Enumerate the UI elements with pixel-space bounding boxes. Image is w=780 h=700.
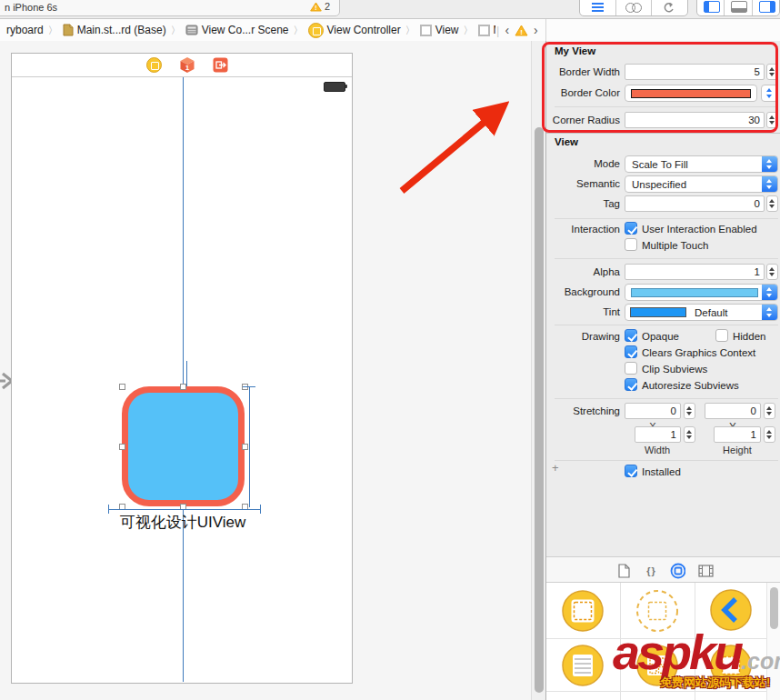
tag-label: Tag <box>546 198 620 209</box>
file-template-library-tab[interactable] <box>616 563 632 578</box>
breadcrumb-item-view-controller[interactable]: View Controller <box>308 23 401 38</box>
border-color-label: Border Color <box>546 87 620 98</box>
opaque-checkbox[interactable] <box>625 329 637 342</box>
library-scrollbar-thumb[interactable] <box>770 587 778 629</box>
inspector-panel-icon <box>759 1 775 13</box>
view-controller-canvas[interactable]: 1 可视化设计UIView <box>11 53 353 684</box>
tint-label: Tint <box>546 306 620 317</box>
breadcrumb-item-storyboard-nav[interactable]: ryboard <box>3 24 44 36</box>
stretching-height-field[interactable]: 1 <box>714 426 761 443</box>
issues-warning-icon[interactable]: ! <box>515 25 528 36</box>
selection-handle[interactable] <box>180 384 186 390</box>
xcode-window: n iPhone 6s ! 2 ryboard 〉 Main.st... <box>0 0 780 700</box>
svg-text:!: ! <box>520 27 523 35</box>
corner-radius-field[interactable]: 30 <box>625 112 765 128</box>
stretching-x-field[interactable]: 0 <box>625 403 681 419</box>
alpha-label: Alpha <box>546 266 620 277</box>
selection-handle[interactable] <box>242 444 248 450</box>
multiple-touch-checkbox[interactable] <box>625 238 637 251</box>
navigator-toggle-button[interactable] <box>697 0 725 15</box>
warning-badge[interactable]: ! 2 <box>310 1 330 12</box>
stretching-x-stepper[interactable] <box>684 403 695 419</box>
multiple-touch-label: Multiple Touch <box>642 240 708 251</box>
stretching-y-field[interactable]: 0 <box>705 403 761 419</box>
popup-chevrons-icon <box>762 156 777 172</box>
autoresize-subviews-checkbox[interactable] <box>625 378 637 391</box>
popup-chevrons-icon <box>762 305 777 320</box>
inspector-tabs: ? <box>545 19 780 41</box>
navigator-panel-icon <box>704 1 720 13</box>
selection-handle[interactable] <box>119 444 125 450</box>
popup-chevrons-icon <box>762 176 777 192</box>
breadcrumb-separator: 〉 <box>48 24 58 37</box>
measure-tick-top <box>243 386 255 387</box>
inspector-toggle-button[interactable] <box>753 0 779 15</box>
toolbar: n iPhone 6s ! 2 <box>0 0 780 19</box>
warning-icon: ! <box>310 2 322 12</box>
breadcrumb-item-view[interactable]: View <box>420 24 459 36</box>
alpha-stepper[interactable] <box>766 264 778 280</box>
view-controller-icon[interactable] <box>146 57 162 73</box>
corner-radius-stepper[interactable] <box>766 112 778 128</box>
editor-scrollbar[interactable] <box>531 41 546 700</box>
hidden-checkbox[interactable] <box>715 329 728 342</box>
background-color-popup[interactable] <box>625 284 778 301</box>
exit-segue-icon[interactable] <box>213 57 228 73</box>
standard-editor-button[interactable] <box>580 0 616 15</box>
stretching-width-stepper[interactable] <box>684 426 695 443</box>
border-color-well[interactable] <box>625 85 757 102</box>
back-chevron-button[interactable]: ‹ <box>505 23 509 37</box>
assistant-editor-button[interactable] <box>616 0 653 15</box>
breadcrumb-item-scene[interactable]: View Co...r Scene <box>185 24 289 36</box>
debug-area-toggle-button[interactable] <box>725 0 752 15</box>
selection-handle[interactable] <box>119 384 125 390</box>
popup-chevrons-icon <box>762 285 777 300</box>
clip-subviews-label: Clip Subviews <box>642 364 707 375</box>
semantic-popup[interactable]: Unspecified <box>625 175 778 193</box>
storyboard-editor: 1 可视化设计UIView <box>0 41 545 700</box>
alpha-field[interactable]: 1 <box>625 264 765 280</box>
version-editor-button[interactable] <box>652 0 687 15</box>
first-responder-cube-icon[interactable]: 1 <box>179 56 195 74</box>
clears-graphics-checkbox[interactable] <box>625 345 637 358</box>
mode-popup[interactable]: Scale To Fill <box>625 155 778 173</box>
my-view-selected[interactable] <box>122 386 245 506</box>
media-library-tab[interactable] <box>698 563 714 578</box>
breadcrumb-separator: 〉 <box>405 24 415 37</box>
height-axis-label: Height <box>710 445 765 455</box>
library-item-view-icon[interactable] <box>561 589 605 633</box>
code-snippet-library-tab[interactable]: { } <box>643 563 658 578</box>
border-width-stepper[interactable] <box>766 64 778 80</box>
installed-checkbox[interactable] <box>625 465 637 477</box>
stretching-width-field[interactable]: 1 <box>635 426 681 443</box>
user-interaction-label: User Interaction Enabled <box>642 224 757 235</box>
clip-subviews-checkbox[interactable] <box>625 362 637 375</box>
watermark-domain: .com <box>741 648 780 674</box>
view-controller-icon <box>308 23 324 38</box>
border-width-label: Border Width <box>546 66 620 77</box>
tag-stepper[interactable] <box>766 195 778 212</box>
tag-field[interactable]: 0 <box>625 195 765 212</box>
breadcrumb-item-my-view[interactable]: My View <box>478 24 496 36</box>
border-width-field[interactable]: 5 <box>625 64 765 80</box>
scene-icon <box>185 25 198 35</box>
library-item-table-view-icon[interactable] <box>561 644 605 687</box>
activity-status-text: n iPhone 6s <box>5 2 57 13</box>
clears-graphics-label: Clears Graphics Context <box>642 347 755 358</box>
library-selector-bar: { } <box>546 556 780 583</box>
editor-scrollbar-thumb[interactable] <box>535 127 544 693</box>
jumpbar-divider: | <box>496 24 499 37</box>
view-icon <box>420 25 432 36</box>
object-library-tab-selected[interactable] <box>670 563 685 578</box>
stretching-height-stepper[interactable] <box>764 426 775 443</box>
add-variation-button[interactable]: + <box>552 461 559 475</box>
stretching-y-stepper[interactable] <box>764 403 775 419</box>
border-color-stepper[interactable] <box>761 85 778 102</box>
debug-panel-icon <box>731 1 747 13</box>
user-interaction-checkbox[interactable] <box>625 222 637 235</box>
code-snippet-icon: { } <box>646 565 655 576</box>
forward-chevron-button[interactable]: › <box>534 23 538 37</box>
breadcrumb-item-storyboard-file[interactable]: Main.st...rd (Base) <box>63 24 166 36</box>
tint-popup[interactable]: Default <box>625 304 778 321</box>
breadcrumb-separator: 〉 <box>464 24 474 37</box>
